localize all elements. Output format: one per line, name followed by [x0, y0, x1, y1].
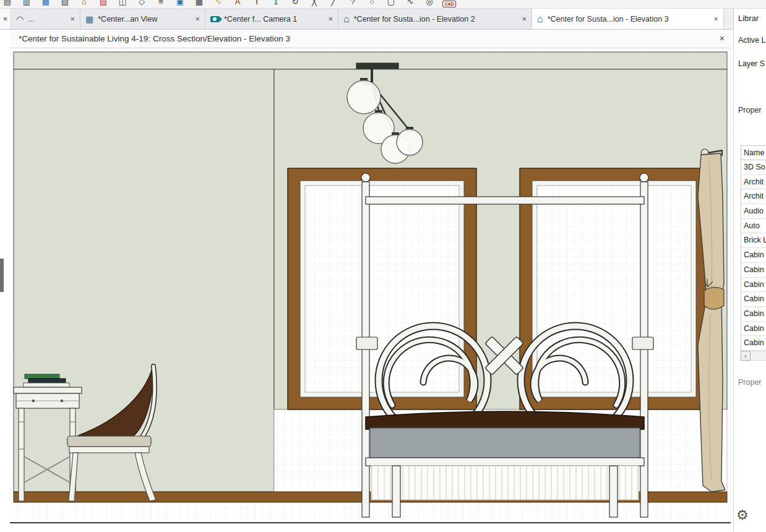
tab-partial-view[interactable]: ◠ ... × — [11, 9, 80, 29]
text-tool-icon[interactable]: A — [231, 0, 244, 9]
help-icon[interactable]: ? — [346, 0, 359, 9]
library-icon[interactable]: ▣ — [174, 0, 186, 9]
vertical-scrollbar-thumb[interactable] — [0, 259, 4, 292]
spline-tool-icon[interactable]: ∿ — [404, 0, 416, 9]
select-arrow-icon[interactable]: ↥ — [270, 0, 282, 9]
tab-close-icon[interactable]: × — [195, 14, 200, 24]
tab-label: ... — [28, 15, 66, 24]
open-plan-icon[interactable]: ▤ — [1, 0, 14, 9]
house-icon: ⌂ — [343, 14, 350, 25]
reference-icon[interactable]: ◇ — [136, 0, 148, 9]
book-green — [25, 374, 59, 379]
delete-icon[interactable]: ╳ — [308, 0, 321, 9]
layer-row[interactable]: Cabin — [741, 248, 766, 263]
library-tab[interactable]: Librar — [738, 14, 759, 23]
tab-close-icon[interactable]: × — [522, 14, 527, 24]
elevation-view-icon[interactable]: ▧ — [59, 0, 71, 9]
view-title: *Center for Sustainable Living 4-19: Cro… — [19, 30, 290, 48]
book-white — [24, 383, 69, 387]
layers-icon[interactable]: ≡ — [155, 0, 167, 9]
elevation-canvas[interactable] — [10, 48, 731, 525]
arc-icon: ◠ — [16, 14, 24, 24]
layer-row[interactable]: Cabin — [741, 263, 766, 278]
layer-row[interactable]: Auto — [741, 219, 766, 234]
tab-close-icon[interactable]: × — [328, 14, 333, 24]
plan-view-icon: ▦ — [85, 14, 93, 24]
layer-row[interactable]: Archit — [741, 175, 766, 190]
house-view-icon[interactable]: ⌂ — [78, 0, 90, 9]
tab-close-icon[interactable]: × — [713, 14, 718, 24]
layer-row[interactable]: Cabin — [741, 278, 766, 293]
layer-row[interactable]: Cabin — [741, 292, 766, 307]
layer-row[interactable]: Audio — [741, 204, 766, 219]
tab-label: *Center for Susta...ion - Elevation 2 — [354, 15, 518, 24]
layer-set-label[interactable]: Layer S — [738, 59, 765, 68]
tab-label: *Center f... Camera 1 — [224, 15, 324, 24]
tab-label: *Center for Susta...ion - Elevation 3 — [548, 15, 710, 24]
mattress — [366, 411, 644, 429]
toolbar-icons: ▤▥▦▧⌂▨◫◇≡▣▩∿AT↥↻╳╱?○▢∿◎CAD — [0, 0, 766, 9]
layer-row[interactable]: Archit — [741, 189, 766, 204]
box-tool-icon[interactable]: ▢ — [385, 0, 397, 9]
layer-row[interactable]: Brick L — [741, 233, 766, 248]
zoom-tool-icon[interactable]: ◎ — [423, 0, 436, 9]
tab-elevation-3[interactable]: ⌂ *Center for Susta...ion - Elevation 3 … — [532, 9, 724, 29]
layer-table-hscrollbar[interactable]: ‹ — [741, 351, 766, 361]
book-dark — [28, 379, 66, 383]
tab-plan-view[interactable]: ▦ *Center...an View × — [80, 9, 205, 29]
tabbar-filler — [724, 9, 733, 29]
properties-label-2[interactable]: Proper — [738, 378, 762, 387]
layer-row[interactable]: 3D So — [741, 160, 766, 175]
bed-skirt — [371, 466, 639, 500]
properties-label[interactable]: Proper — [738, 106, 762, 114]
cad-tools-icon[interactable]: CAD — [442, 1, 456, 7]
dimension-tool-icon[interactable]: ∿ — [212, 0, 225, 9]
curtain-tieback — [704, 287, 724, 309]
settings-gear-icon[interactable]: ⚙ — [736, 507, 749, 523]
view-title-bar: *Center for Sustainable Living 4-19: Cro… — [10, 30, 731, 48]
left-margin — [0, 30, 10, 525]
tab-elevation-2[interactable]: ⌂ *Center for Susta...ion - Elevation 2 … — [338, 9, 532, 29]
text-T-icon[interactable]: T — [251, 0, 263, 9]
pane-close-button[interactable]: × — [0, 9, 11, 29]
circle-tool-icon[interactable]: ○ — [366, 0, 378, 9]
house-icon: ⌂ — [537, 14, 543, 25]
bed-base — [370, 428, 640, 458]
layer-row[interactable]: Cabin — [741, 307, 766, 322]
tab-close-icon[interactable]: × — [70, 14, 75, 24]
layer-row[interactable]: Cabin — [741, 336, 766, 351]
plan-view-icon[interactable]: ▦ — [40, 0, 52, 9]
tab-label: *Center...an View — [98, 15, 191, 24]
rotate-icon[interactable]: ↻ — [289, 0, 301, 9]
view-close-button[interactable]: × — [720, 30, 725, 48]
layer-table: Name 3D So Archit Archit Audio Auto Bric… — [741, 145, 766, 351]
layer-table-header: Name — [741, 145, 766, 160]
display-options-icon[interactable]: ▩ — [193, 0, 205, 9]
active-layer-label[interactable]: Active L — [738, 36, 765, 45]
line-tool-icon[interactable]: ╱ — [327, 0, 340, 9]
chair-seat — [67, 436, 151, 447]
layer-row[interactable]: Cabin — [741, 322, 766, 337]
tab-camera-1[interactable]: *Center f... Camera 1 × — [205, 9, 338, 29]
scroll-track[interactable] — [751, 351, 766, 361]
main-toolbar: ▤▥▦▧⌂▨◫◇≡▣▩∿AT↥↻╳╱?○▢∿◎CAD — [0, 0, 766, 9]
camera-icon — [210, 16, 220, 22]
materials-list-icon[interactable]: ▨ — [97, 0, 110, 9]
tab-bar: × ◠ ... × ▦ *Center...an View × *Center … — [0, 9, 733, 30]
curtain[interactable] — [698, 149, 725, 492]
canopy-rail — [366, 197, 644, 204]
layout-icon[interactable]: ◫ — [116, 0, 129, 9]
save-icon[interactable]: ▥ — [20, 0, 33, 9]
right-panel: Librar Active L Layer S Proper Name 3D S… — [733, 9, 766, 532]
scroll-left-arrow-icon[interactable]: ‹ — [741, 351, 751, 361]
